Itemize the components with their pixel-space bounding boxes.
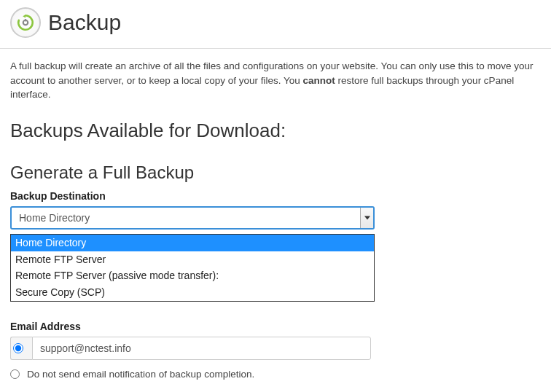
backups-available-heading: Backups Available for Download: <box>10 119 541 142</box>
intro-text: A full backup will create an archive of … <box>10 59 541 102</box>
email-send-row <box>10 337 541 360</box>
page-title: Backup <box>48 10 121 35</box>
chevron-down-icon[interactable] <box>360 208 373 228</box>
option-remote-ftp-passive[interactable]: Remote FTP Server (passive mode transfer… <box>11 267 374 284</box>
email-radio-addon <box>10 337 32 360</box>
option-remote-ftp[interactable]: Remote FTP Server <box>11 251 374 268</box>
backup-destination-dropdown: Home Directory Remote FTP Server Remote … <box>10 234 375 302</box>
no-email-radio[interactable] <box>10 369 20 379</box>
svg-rect-1 <box>25 19 26 21</box>
email-address-label: Email Address <box>10 321 541 332</box>
option-home-directory[interactable]: Home Directory <box>11 235 374 251</box>
no-email-label: Do not send email notification of backup… <box>27 369 254 380</box>
intro-bold: cannot <box>303 75 335 86</box>
backup-destination-label: Backup Destination <box>10 190 541 202</box>
email-section: Email Address Do not send email notifica… <box>10 321 541 392</box>
send-email-radio[interactable] <box>13 343 23 353</box>
select-current-value: Home Directory <box>19 212 90 224</box>
select-value-display[interactable]: Home Directory <box>10 206 375 230</box>
option-secure-copy[interactable]: Secure Copy (SCP) <box>11 284 374 301</box>
content-area: A full backup will create an archive of … <box>0 49 551 392</box>
page-header: Backup <box>0 0 551 49</box>
no-email-row: Do not send email notification of backup… <box>10 369 541 380</box>
email-input[interactable] <box>32 337 371 360</box>
generate-full-backup-heading: Generate a Full Backup <box>10 162 541 183</box>
backup-destination-select[interactable]: Home Directory <box>10 206 375 230</box>
backup-icon <box>10 7 41 38</box>
